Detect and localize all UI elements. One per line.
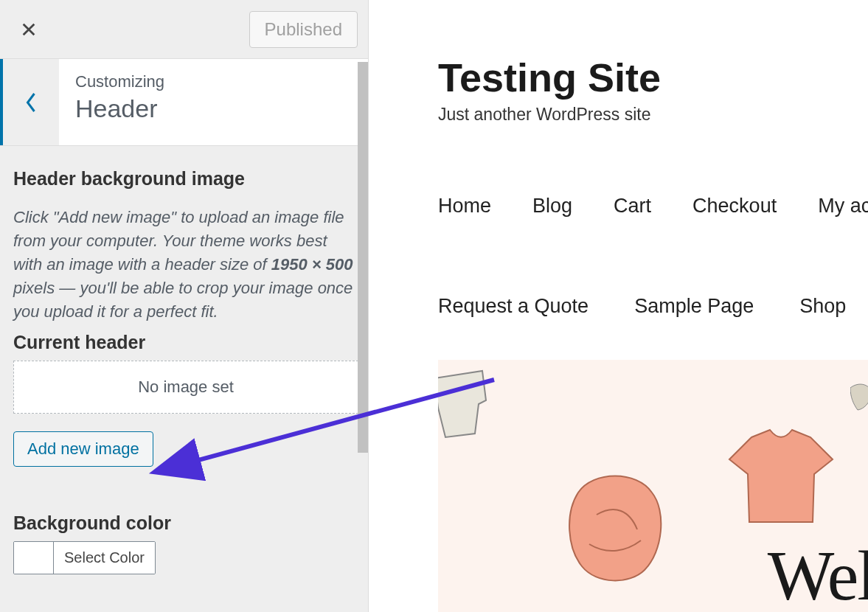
no-image-placeholder: No image set [13, 361, 358, 414]
breadcrumb: Customizing [75, 72, 352, 91]
hero-graphic-cloth [438, 367, 519, 448]
nav-item-blog[interactable]: Blog [532, 195, 572, 218]
panel-body: Header background image Click "Add new i… [0, 146, 368, 577]
color-picker[interactable]: Select Color [13, 541, 156, 574]
panel-scrollbar[interactable] [358, 62, 368, 453]
hero-graphic-partial [850, 382, 868, 411]
add-new-image-button[interactable]: Add new image [13, 431, 153, 467]
header-bg-image-label: Header background image [13, 168, 355, 189]
hero-graphic-hoodie [556, 470, 674, 588]
nav-item-quote[interactable]: Request a Quote [438, 295, 588, 318]
site-tagline: Just another WordPress site [438, 105, 650, 125]
site-preview: Testing Site Just another WordPress site… [383, 0, 868, 612]
color-swatch [14, 542, 54, 574]
hero-graphic-tshirt [726, 426, 836, 529]
customizer-panel: Published Customizing Header Header back… [0, 0, 369, 612]
publish-status-button[interactable]: Published [249, 11, 358, 48]
nav-item-shop[interactable]: Shop [799, 295, 846, 318]
section-title-block: Customizing Header [59, 59, 368, 145]
back-button[interactable] [0, 59, 59, 145]
section-title: Header [75, 94, 352, 123]
panel-topbar: Published [0, 0, 368, 59]
close-icon [21, 21, 37, 38]
nav-item-cart[interactable]: Cart [614, 195, 651, 218]
section-header: Customizing Header [0, 59, 368, 146]
nav-item-account[interactable]: My ac [818, 195, 868, 218]
nav-item-home[interactable]: Home [438, 195, 491, 218]
site-title[interactable]: Testing Site [438, 55, 661, 100]
primary-nav-row-1: Home Blog Cart Checkout My ac [438, 195, 868, 218]
recommended-dimensions: 1950 × 500 [271, 255, 353, 274]
hero-heading: Wel [768, 535, 868, 612]
primary-nav-row-2: Request a Quote Sample Page Shop [438, 295, 846, 318]
select-color-button[interactable]: Select Color [54, 542, 155, 574]
chevron-left-icon [24, 91, 38, 114]
close-button[interactable] [10, 11, 47, 48]
nav-item-sample[interactable]: Sample Page [634, 295, 754, 318]
nav-item-checkout[interactable]: Checkout [692, 195, 777, 218]
hero-banner: Wel [438, 360, 868, 612]
help-text-post: pixels — you'll be able to crop your ima… [13, 279, 353, 321]
current-header-label: Current header [13, 332, 355, 353]
help-text: Click "Add new image" to upload an image… [13, 206, 355, 323]
background-color-label: Background color [13, 512, 355, 534]
